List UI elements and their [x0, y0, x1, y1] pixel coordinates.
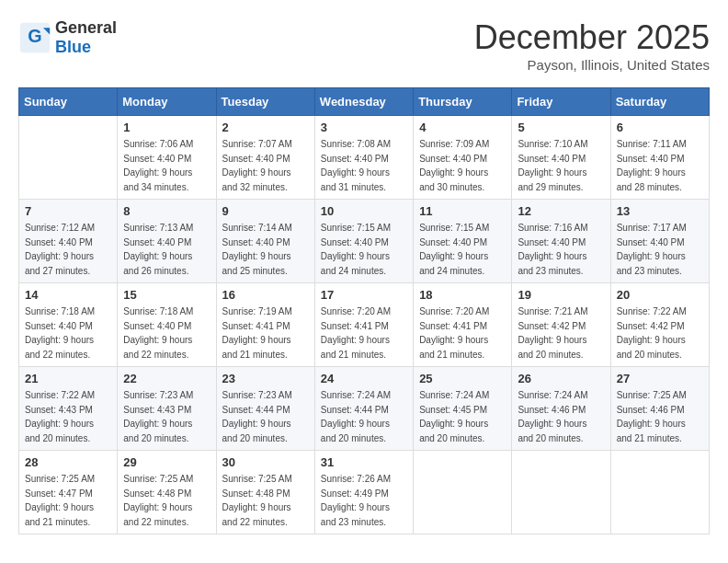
calendar-cell: 26Sunrise: 7:24 AM Sunset: 4:46 PM Dayli… [512, 367, 610, 451]
calendar-cell: 4Sunrise: 7:09 AM Sunset: 4:40 PM Daylig… [414, 116, 512, 200]
day-number: 22 [123, 372, 210, 385]
day-number: 28 [25, 455, 111, 469]
calendar-table: SundayMondayTuesdayWednesdayThursdayFrid… [18, 87, 710, 534]
day-number: 31 [321, 455, 407, 469]
weekday-header: Sunday [19, 88, 118, 116]
day-info: Sunrise: 7:19 AM Sunset: 4:41 PM Dayligh… [222, 304, 309, 362]
calendar-cell: 3Sunrise: 7:08 AM Sunset: 4:40 PM Daylig… [314, 116, 413, 200]
calendar-cell: 17Sunrise: 7:20 AM Sunset: 4:41 PM Dayli… [314, 283, 413, 367]
day-info: Sunrise: 7:09 AM Sunset: 4:40 PM Dayligh… [419, 137, 506, 194]
calendar-cell: 16Sunrise: 7:19 AM Sunset: 4:41 PM Dayli… [216, 283, 314, 367]
day-info: Sunrise: 7:25 AM Sunset: 4:47 PM Dayligh… [25, 472, 111, 529]
day-number: 5 [518, 121, 604, 134]
calendar-cell: 9Sunrise: 7:14 AM Sunset: 4:40 PM Daylig… [216, 200, 314, 283]
day-number: 16 [222, 288, 309, 302]
calendar-cell [512, 451, 610, 534]
day-info: Sunrise: 7:25 AM Sunset: 4:48 PM Dayligh… [123, 472, 210, 529]
logo-icon: G [18, 21, 51, 54]
calendar-cell: 2Sunrise: 7:07 AM Sunset: 4:40 PM Daylig… [216, 116, 314, 200]
calendar-cell: 6Sunrise: 7:11 AM Sunset: 4:40 PM Daylig… [610, 116, 709, 200]
day-info: Sunrise: 7:06 AM Sunset: 4:40 PM Dayligh… [123, 137, 210, 194]
calendar-week-row: 7Sunrise: 7:12 AM Sunset: 4:40 PM Daylig… [19, 200, 710, 283]
calendar-cell: 24Sunrise: 7:24 AM Sunset: 4:44 PM Dayli… [314, 367, 413, 451]
day-info: Sunrise: 7:15 AM Sunset: 4:40 PM Dayligh… [419, 221, 506, 278]
day-info: Sunrise: 7:11 AM Sunset: 4:40 PM Dayligh… [617, 137, 703, 194]
day-info: Sunrise: 7:15 AM Sunset: 4:40 PM Dayligh… [321, 221, 407, 278]
day-info: Sunrise: 7:25 AM Sunset: 4:48 PM Dayligh… [222, 472, 309, 529]
day-number: 19 [518, 288, 604, 302]
day-info: Sunrise: 7:16 AM Sunset: 4:40 PM Dayligh… [518, 221, 604, 278]
calendar-week-row: 21Sunrise: 7:22 AM Sunset: 4:43 PM Dayli… [19, 367, 710, 451]
calendar-cell: 10Sunrise: 7:15 AM Sunset: 4:40 PM Dayli… [314, 200, 413, 283]
day-number: 27 [617, 372, 703, 385]
calendar-cell: 27Sunrise: 7:25 AM Sunset: 4:46 PM Dayli… [610, 367, 709, 451]
day-number: 1 [123, 121, 210, 134]
day-number: 8 [123, 204, 210, 218]
day-info: Sunrise: 7:12 AM Sunset: 4:40 PM Dayligh… [25, 221, 111, 278]
calendar-cell: 12Sunrise: 7:16 AM Sunset: 4:40 PM Dayli… [512, 200, 610, 283]
day-number: 25 [419, 372, 506, 385]
day-number: 3 [321, 121, 407, 134]
weekday-header: Monday [118, 88, 216, 116]
calendar-cell: 30Sunrise: 7:25 AM Sunset: 4:48 PM Dayli… [216, 451, 314, 534]
day-info: Sunrise: 7:22 AM Sunset: 4:43 PM Dayligh… [25, 388, 111, 445]
logo: G General Blue [18, 18, 117, 57]
calendar-cell: 31Sunrise: 7:26 AM Sunset: 4:49 PM Dayli… [314, 451, 413, 534]
day-info: Sunrise: 7:21 AM Sunset: 4:42 PM Dayligh… [518, 304, 604, 362]
day-info: Sunrise: 7:08 AM Sunset: 4:40 PM Dayligh… [321, 137, 407, 194]
calendar-cell: 18Sunrise: 7:20 AM Sunset: 4:41 PM Dayli… [414, 283, 512, 367]
calendar-cell: 29Sunrise: 7:25 AM Sunset: 4:48 PM Dayli… [118, 451, 216, 534]
day-info: Sunrise: 7:26 AM Sunset: 4:49 PM Dayligh… [321, 472, 407, 529]
day-number: 29 [123, 455, 210, 469]
day-number: 15 [123, 288, 210, 302]
day-info: Sunrise: 7:22 AM Sunset: 4:42 PM Dayligh… [617, 304, 703, 362]
day-number: 2 [222, 121, 309, 134]
day-number: 24 [321, 372, 407, 385]
day-number: 13 [617, 204, 703, 218]
weekday-header: Thursday [414, 88, 512, 116]
calendar-week-row: 28Sunrise: 7:25 AM Sunset: 4:47 PM Dayli… [19, 451, 710, 534]
calendar-cell: 7Sunrise: 7:12 AM Sunset: 4:40 PM Daylig… [19, 200, 118, 283]
calendar-cell: 15Sunrise: 7:18 AM Sunset: 4:40 PM Dayli… [118, 283, 216, 367]
calendar-cell: 20Sunrise: 7:22 AM Sunset: 4:42 PM Dayli… [610, 283, 709, 367]
calendar-cell: 8Sunrise: 7:13 AM Sunset: 4:40 PM Daylig… [118, 200, 216, 283]
day-number: 11 [419, 204, 506, 218]
day-number: 23 [222, 372, 309, 385]
calendar-week-row: 1Sunrise: 7:06 AM Sunset: 4:40 PM Daylig… [19, 116, 710, 200]
weekday-header: Friday [512, 88, 610, 116]
day-info: Sunrise: 7:14 AM Sunset: 4:40 PM Dayligh… [222, 221, 309, 278]
page-header: G General Blue December 2025 Payson, Ill… [18, 18, 710, 73]
calendar-cell [19, 116, 118, 200]
day-info: Sunrise: 7:25 AM Sunset: 4:46 PM Dayligh… [617, 388, 703, 445]
svg-text:G: G [28, 26, 41, 46]
calendar-cell: 1Sunrise: 7:06 AM Sunset: 4:40 PM Daylig… [118, 116, 216, 200]
day-info: Sunrise: 7:07 AM Sunset: 4:40 PM Dayligh… [222, 137, 309, 194]
day-number: 6 [617, 121, 703, 134]
weekday-header: Saturday [610, 88, 709, 116]
day-number: 17 [321, 288, 407, 302]
day-info: Sunrise: 7:23 AM Sunset: 4:44 PM Dayligh… [222, 388, 309, 445]
calendar-cell: 13Sunrise: 7:17 AM Sunset: 4:40 PM Dayli… [610, 200, 709, 283]
calendar-cell [610, 451, 709, 534]
day-number: 7 [25, 204, 111, 218]
calendar-cell: 14Sunrise: 7:18 AM Sunset: 4:40 PM Dayli… [19, 283, 118, 367]
day-info: Sunrise: 7:24 AM Sunset: 4:45 PM Dayligh… [419, 388, 506, 445]
day-number: 4 [419, 121, 506, 134]
logo-text-blue: Blue [55, 38, 91, 56]
day-info: Sunrise: 7:20 AM Sunset: 4:41 PM Dayligh… [321, 304, 407, 362]
calendar-cell: 22Sunrise: 7:23 AM Sunset: 4:43 PM Dayli… [118, 367, 216, 451]
calendar-header-row: SundayMondayTuesdayWednesdayThursdayFrid… [19, 88, 710, 116]
calendar-week-row: 14Sunrise: 7:18 AM Sunset: 4:40 PM Dayli… [19, 283, 710, 367]
calendar-cell: 11Sunrise: 7:15 AM Sunset: 4:40 PM Dayli… [414, 200, 512, 283]
day-info: Sunrise: 7:23 AM Sunset: 4:43 PM Dayligh… [123, 388, 210, 445]
day-number: 18 [419, 288, 506, 302]
day-number: 20 [617, 288, 703, 302]
calendar-cell [414, 451, 512, 534]
day-info: Sunrise: 7:18 AM Sunset: 4:40 PM Dayligh… [25, 304, 111, 362]
day-number: 21 [25, 372, 111, 385]
calendar-cell: 21Sunrise: 7:22 AM Sunset: 4:43 PM Dayli… [19, 367, 118, 451]
month-title: December 2025 [474, 18, 710, 57]
logo-text-general: General [55, 18, 117, 37]
day-info: Sunrise: 7:10 AM Sunset: 4:40 PM Dayligh… [518, 137, 604, 194]
day-number: 9 [222, 204, 309, 218]
